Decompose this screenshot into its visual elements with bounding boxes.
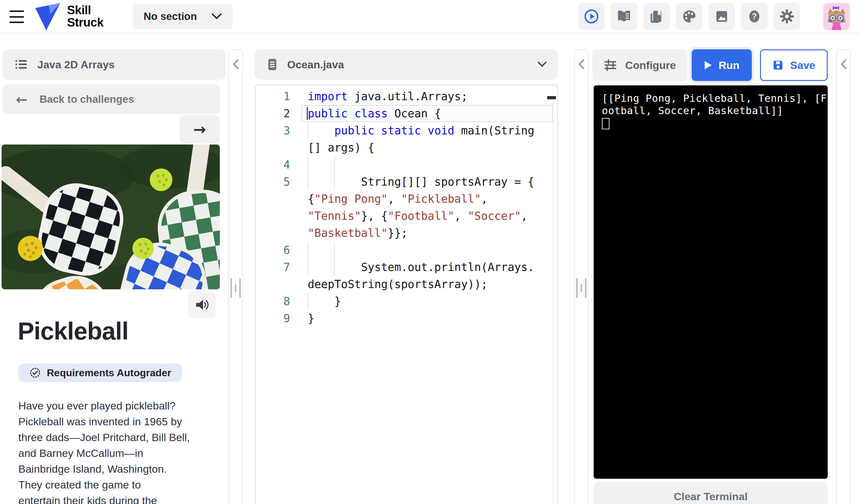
save-label: Save <box>790 59 815 72</box>
lesson-image <box>2 144 220 289</box>
editor-panel-divider <box>574 49 589 504</box>
unit-title: Java 2D Arrays <box>37 59 115 71</box>
top-header: Skill Struck No section <box>0 0 859 33</box>
configure-label: Configure <box>625 59 676 72</box>
code-line[interactable]: 6 <box>256 242 553 259</box>
collapse-left-icon[interactable] <box>231 58 240 70</box>
autograder-badge: Requirements Autograder <box>18 364 182 382</box>
description-line: three dads—Joel Pritchard, Bill Bell, <box>18 429 217 445</box>
editor-scrollbar-thumb[interactable] <box>547 96 556 99</box>
page-title: Pickleball <box>18 317 129 346</box>
collapse-left-icon[interactable] <box>577 58 585 70</box>
right-panel-divider <box>836 49 851 504</box>
terminal-lines: [[Ping Pong, Pickleball, Tennis], [Footb… <box>602 92 819 129</box>
description-line: entertain their kids during the <box>18 493 217 504</box>
collapse-left-icon[interactable] <box>839 58 848 70</box>
chevron-down-icon[interactable] <box>537 61 547 68</box>
next-page-button[interactable]: → <box>179 115 220 143</box>
list-icon <box>15 58 28 71</box>
sliders-icon <box>604 59 617 72</box>
configure-button[interactable]: Configure <box>592 49 687 81</box>
gear-icon <box>779 9 795 24</box>
terminal-cursor <box>602 118 609 129</box>
bookmark-pages-icon <box>649 9 664 24</box>
clear-terminal-button[interactable]: Clear Terminal <box>594 482 828 504</box>
terminal-line: [[Ping Pong, Pickleball, Tennis], [F <box>602 92 819 105</box>
play-circle-icon <box>584 9 599 24</box>
user-avatar[interactable] <box>823 3 850 30</box>
chevron-down-icon <box>211 13 222 20</box>
menu-icon[interactable] <box>10 11 24 23</box>
terminal-line: ootball, Soccer, Basketball]] <box>602 105 819 117</box>
code-line[interactable]: 8 } <box>256 293 553 310</box>
autograder-badge-label: Requirements Autograder <box>47 367 171 379</box>
code-line[interactable]: 1import java.util.Arrays; <box>256 88 553 105</box>
verified-check-icon <box>29 367 41 379</box>
glossary-button[interactable] <box>643 3 670 30</box>
floppy-disk-icon <box>772 59 784 71</box>
code-line[interactable]: 2public class Ocean { <box>256 105 553 122</box>
code-line[interactable]: 9} <box>256 310 553 327</box>
run-button[interactable]: Run <box>692 49 752 81</box>
file-name: Ocean.java <box>287 59 344 71</box>
arrow-left-icon: ← <box>16 91 28 107</box>
skillstruck-logo-icon <box>33 2 62 31</box>
editor-scrollbar-track <box>553 89 554 504</box>
help-button[interactable]: ? <box>741 3 768 30</box>
section-selector[interactable]: No section <box>133 4 233 29</box>
panel-resize-handle[interactable] <box>230 278 241 298</box>
svg-text:?: ? <box>752 11 757 21</box>
palette-icon <box>681 9 697 24</box>
back-to-challenges-button[interactable]: ← Back to challenges <box>2 85 220 114</box>
media-button[interactable] <box>708 3 735 30</box>
text-to-speech-button[interactable] <box>188 291 216 318</box>
speaker-icon <box>194 297 209 312</box>
brand-name: Skill Struck <box>67 4 103 29</box>
code-editor[interactable]: 1import java.util.Arrays;2public class O… <box>255 85 558 504</box>
terminal-output[interactable]: [[Ping Pong, Pickleball, Tennis], [Footb… <box>594 86 828 479</box>
description-line: They created the game to <box>18 477 217 493</box>
code-line[interactable]: 4 <box>256 156 553 173</box>
left-panel-divider <box>228 49 243 504</box>
code-lines[interactable]: 1import java.util.Arrays;2public class O… <box>256 88 553 327</box>
code-line[interactable]: "Basketball"}}; <box>256 225 553 242</box>
code-line[interactable]: [] args) { <box>256 139 553 156</box>
description-line: and Barney McCallum—in <box>18 445 217 461</box>
code-line[interactable]: {"Ping Pong", "Pickleball", <box>256 190 553 208</box>
section-selector-label: No section <box>144 11 197 22</box>
save-button[interactable]: Save <box>760 49 828 81</box>
question-icon: ? <box>747 9 762 24</box>
arrow-right-icon: → <box>193 121 206 138</box>
themes-button[interactable] <box>676 3 703 30</box>
code-line[interactable]: 3 public static void main(String <box>256 122 553 139</box>
panel-resize-handle[interactable] <box>576 278 587 298</box>
description-line: Bainbridge Island, Washington. <box>18 461 217 477</box>
cat-avatar-image <box>823 3 850 30</box>
settings-button[interactable] <box>773 3 800 30</box>
curriculum-button[interactable] <box>611 3 637 30</box>
image-icon <box>714 9 729 24</box>
back-to-challenges-label: Back to challenges <box>40 93 134 105</box>
lesson-description: Have you ever played pickleball?Pickleba… <box>18 398 217 504</box>
clear-terminal-label: Clear Terminal <box>674 490 748 503</box>
file-icon <box>266 58 279 71</box>
run-label: Run <box>719 59 739 72</box>
code-line[interactable]: "Tennis"}, {"Football", "Soccer", <box>256 208 553 225</box>
unit-title-bar[interactable]: Java 2D Arrays <box>2 49 226 80</box>
book-open-icon <box>616 9 632 24</box>
code-line[interactable]: 5 String[][] sportsArray = { <box>256 173 553 190</box>
file-selector[interactable]: Ocean.java <box>255 49 558 80</box>
run-preview-button[interactable] <box>578 3 605 30</box>
description-line: Have you ever played pickleball? <box>18 398 217 414</box>
description-line: Pickleball was invented in 1965 by <box>18 414 217 429</box>
code-line[interactable]: 7 System.out.println(Arrays. <box>256 259 553 276</box>
play-icon <box>704 60 712 70</box>
code-line[interactable]: deepToString(sportsArray)); <box>256 276 553 293</box>
